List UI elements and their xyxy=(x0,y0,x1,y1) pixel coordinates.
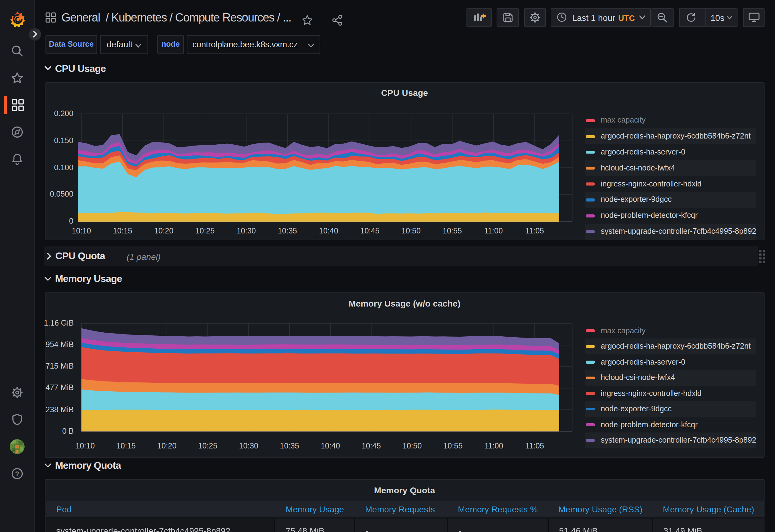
svg-text:?: ? xyxy=(15,470,19,478)
